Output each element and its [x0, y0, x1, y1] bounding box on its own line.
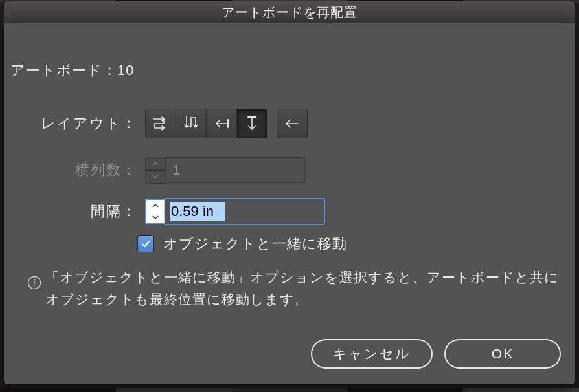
layout-option-column[interactable] [237, 109, 267, 138]
columns-input [166, 157, 306, 183]
zigzag-right-icon [151, 114, 170, 133]
dialog-titlebar: アートボードを再配置 [4, 1, 575, 23]
arrow-left-to-bar-icon [212, 114, 231, 133]
artboards-count-row: アートボード： 10 [10, 61, 134, 80]
zigzag-down-icon [181, 114, 201, 133]
layout-rtl-toggle-group [277, 109, 308, 138]
artboards-label: アートボード： [10, 61, 117, 80]
layout-label: レイアウト： [10, 114, 145, 133]
spacing-step-up[interactable] [146, 200, 164, 212]
layout-option-grid-by-row[interactable] [146, 109, 176, 138]
move-artwork-label: オブジェクトと一緒に移動 [163, 234, 347, 254]
dialog-footer: キャンセル OK [311, 339, 561, 369]
columns-row: 横列数： [10, 157, 306, 184]
layout-row: レイアウト： [10, 109, 308, 138]
layout-option-row-rtl[interactable] [207, 109, 236, 138]
dialog-panel: アートボード： 10 レイアウト： [4, 23, 575, 384]
layout-segmented [145, 109, 267, 138]
columns-label: 横列数： [10, 160, 145, 180]
columns-stepper [145, 157, 166, 184]
cancel-button-label: キャンセル [333, 345, 411, 363]
svg-text:i: i [33, 278, 36, 288]
info-icon: i [23, 267, 45, 310]
info-row: i 「オブジェクトと一緒に移動」オプションを選択すると、アートボードと共にオブジ… [23, 267, 562, 310]
move-artwork-checkbox[interactable] [137, 235, 154, 252]
ok-button-label: OK [492, 346, 514, 362]
move-artwork-row: オブジェクトと一緒に移動 [137, 234, 347, 254]
arrow-down-from-bar-icon [242, 114, 262, 133]
layout-option-grid-by-column[interactable] [176, 109, 206, 138]
spacing-input[interactable] [165, 198, 325, 225]
info-text: 「オブジェクトと一緒に移動」オプションを選択すると、アートボードと共にオブジェク… [45, 267, 562, 310]
spacing-step-down[interactable] [146, 212, 164, 224]
spacing-label: 間隔： [10, 202, 145, 221]
cancel-button[interactable]: キャンセル [311, 339, 433, 369]
columns-step-down [146, 171, 165, 184]
spacing-stepper[interactable] [145, 199, 165, 224]
dialog-title: アートボードを再配置 [221, 4, 358, 21]
spacing-row: 間隔： [10, 197, 325, 226]
ok-button[interactable]: OK [444, 339, 561, 369]
arrow-left-icon [282, 114, 302, 133]
artboards-count: 10 [117, 62, 134, 79]
layout-rtl-toggle[interactable] [277, 109, 307, 138]
check-icon [141, 239, 151, 249]
columns-step-up [146, 157, 165, 170]
